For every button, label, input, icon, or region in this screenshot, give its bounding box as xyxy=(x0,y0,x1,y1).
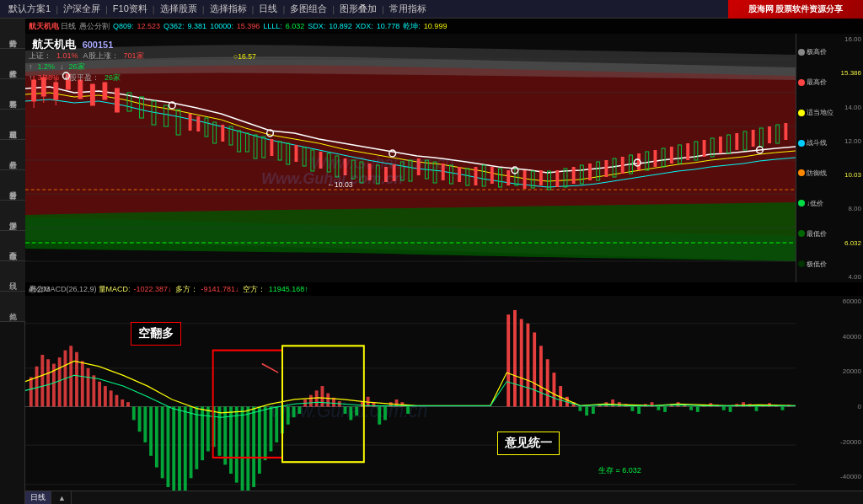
sidebar-item-fenshizaoshi[interactable]: 分时走势 xyxy=(0,19,25,49)
svg-rect-169 xyxy=(315,390,319,406)
toolbar-select-stock[interactable]: 选择股票 xyxy=(155,3,202,15)
stock-name: 航天机电 xyxy=(32,38,76,51)
svg-rect-180 xyxy=(378,406,381,424)
svg-rect-148 xyxy=(195,406,198,469)
svg-rect-158 xyxy=(252,406,255,486)
svg-rect-87 xyxy=(670,147,673,164)
svg-rect-69 xyxy=(523,170,527,189)
sidebar-item-jibenziliao[interactable]: 基本资料 xyxy=(0,79,25,110)
svg-rect-120 xyxy=(35,367,39,407)
svg-rect-186 xyxy=(507,314,510,406)
svg-rect-192 xyxy=(546,359,549,406)
svg-rect-140 xyxy=(149,406,153,455)
toolbar: 默认方案1 | 沪深全屏 | F10资料 | 选择股票 | 选择指标 | 日线 … xyxy=(0,0,863,19)
svg-rect-124 xyxy=(58,357,62,406)
stock-q809: Q809: xyxy=(113,22,134,30)
chart-area: 航天机电 日线 愚公分割 Q809: 12.523 Q362: 9.381 10… xyxy=(25,19,863,504)
price-scale: 16.00 15.386 14.00 12.00 10.03 8.00 6.03… xyxy=(796,34,863,282)
svg-rect-198 xyxy=(585,406,588,416)
stock-name-bar: 航天机电 xyxy=(29,21,59,32)
toolbar-period[interactable]: 日线 xyxy=(254,3,282,15)
svg-rect-181 xyxy=(383,406,387,420)
svg-rect-146 xyxy=(184,406,187,491)
svg-rect-206 xyxy=(637,406,641,413)
svg-rect-119 xyxy=(29,377,33,406)
svg-rect-91 xyxy=(703,140,706,157)
svg-rect-71 xyxy=(539,170,543,185)
svg-rect-174 xyxy=(344,406,347,413)
svg-rect-137 xyxy=(132,406,136,420)
bottom-tab-daily[interactable]: 日线 xyxy=(25,491,51,504)
svg-rect-209 xyxy=(657,406,660,410)
svg-rect-127 xyxy=(75,352,78,407)
macd-svg: Www.Guhai.com.cn xyxy=(25,297,796,504)
svg-rect-41 xyxy=(295,145,298,162)
svg-rect-171 xyxy=(326,394,330,407)
svg-rect-79 xyxy=(604,160,608,177)
toolbar-multi-chart[interactable]: 多图组合 xyxy=(285,3,332,15)
svg-rect-175 xyxy=(349,406,352,420)
svg-rect-93 xyxy=(719,137,722,153)
svg-rect-156 xyxy=(241,406,244,491)
macd-chart: Www.Guhai.com.cn xyxy=(25,282,796,504)
stock-code: 600151 xyxy=(83,40,114,50)
svg-rect-122 xyxy=(46,359,50,406)
svg-rect-75 xyxy=(572,167,576,184)
sidebar-item-other[interactable]: 其他 xyxy=(0,292,25,322)
toolbar-common-indicator[interactable]: 常用指标 xyxy=(384,3,432,15)
svg-rect-193 xyxy=(552,373,555,406)
svg-rect-63 xyxy=(474,167,478,185)
sidebar-item-yugong[interactable]: 愚公分析 xyxy=(0,140,25,170)
svg-rect-99 xyxy=(768,126,771,143)
sidebar-item-zonghe[interactable]: 综合盘面 xyxy=(0,231,25,261)
svg-rect-228 xyxy=(781,406,785,410)
svg-rect-22 xyxy=(115,88,120,112)
svg-rect-81 xyxy=(621,157,624,174)
toolbar-scheme[interactable]: 默认方案1 xyxy=(3,3,56,15)
svg-rect-21 xyxy=(103,83,107,99)
svg-rect-67 xyxy=(507,170,510,185)
bottom-tab-arrow[interactable]: ▲ xyxy=(53,491,72,504)
svg-rect-38 xyxy=(270,139,273,156)
toolbar-overlay[interactable]: 图形叠加 xyxy=(335,3,382,15)
svg-rect-155 xyxy=(235,406,239,482)
macd-scale: 60000 40000 20000 0 -20000 -40000 -60000 xyxy=(796,296,863,504)
svg-rect-215 xyxy=(696,406,700,411)
svg-rect-130 xyxy=(92,375,95,406)
sidebar-item-jishufenxi[interactable]: 技术分析 xyxy=(0,49,25,79)
market-data: 上证： 1.01% A股上涨： 701家 ↑ 1.2% ↓ 26家 ↑ 3.38… xyxy=(29,51,144,83)
svg-rect-77 xyxy=(588,164,592,180)
svg-rect-29 xyxy=(196,116,200,131)
macd-top-val: 45203 xyxy=(29,285,50,293)
svg-rect-214 xyxy=(689,406,693,410)
svg-text:○16.57: ○16.57 xyxy=(233,52,256,61)
toolbar-f10[interactable]: F10资料 xyxy=(108,3,153,15)
toolbar-select-indicator[interactable]: 选择指标 xyxy=(205,3,252,15)
svg-rect-138 xyxy=(138,406,142,432)
toolbar-fullscreen[interactable]: 沪深全屏 xyxy=(58,3,105,15)
svg-rect-20 xyxy=(90,84,94,105)
svg-rect-197 xyxy=(578,406,582,410)
svg-rect-131 xyxy=(98,382,101,407)
svg-rect-199 xyxy=(592,406,595,413)
svg-rect-136 xyxy=(126,402,130,406)
svg-rect-145 xyxy=(178,406,181,504)
svg-rect-190 xyxy=(533,332,536,406)
svg-text:Www.Guhai.com.cn: Www.Guhai.com.cn xyxy=(311,153,454,172)
sidebar-item-putong[interactable]: 普通分析 xyxy=(0,170,25,201)
svg-rect-219 xyxy=(722,406,726,410)
svg-rect-170 xyxy=(320,386,324,406)
svg-rect-129 xyxy=(87,368,90,407)
sidebar-item-huShen[interactable]: 沪深主屏 xyxy=(0,201,25,231)
svg-rect-149 xyxy=(201,406,204,460)
svg-rect-65 xyxy=(490,167,494,184)
svg-rect-142 xyxy=(161,406,164,478)
sidebar-item-lijingchaoy[interactable]: 理精超赢 xyxy=(0,110,25,140)
svg-rect-73 xyxy=(555,170,559,187)
svg-rect-128 xyxy=(81,361,84,406)
logo-area: 股海网 股票软件资源分享 xyxy=(728,0,863,19)
sidebar-item-daily[interactable]: 日线 xyxy=(0,261,25,292)
svg-rect-188 xyxy=(520,319,523,407)
svg-rect-205 xyxy=(630,406,634,410)
svg-rect-139 xyxy=(143,406,147,442)
